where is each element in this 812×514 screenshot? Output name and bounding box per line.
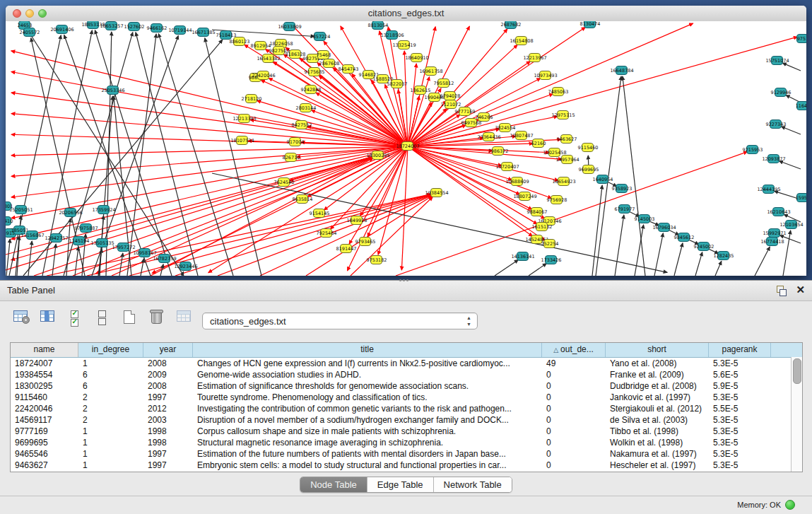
graph-node[interactable] xyxy=(515,36,527,45)
select-columns-icon[interactable] xyxy=(37,308,58,331)
graph-node[interactable] xyxy=(391,79,403,88)
graph-node[interactable] xyxy=(616,66,628,75)
graph-node[interactable] xyxy=(558,177,570,186)
graph-node[interactable] xyxy=(717,251,729,260)
graph-node[interactable] xyxy=(539,71,551,80)
graph-node[interactable] xyxy=(372,21,384,30)
graph-node[interactable] xyxy=(283,22,295,31)
graph-node[interactable] xyxy=(64,208,76,217)
column-header-short[interactable]: short xyxy=(606,343,709,357)
graph-node[interactable] xyxy=(296,194,308,204)
row-height-icon[interactable] xyxy=(91,308,112,331)
graph-node[interactable] xyxy=(295,120,307,129)
graph-node[interactable] xyxy=(80,223,92,233)
graph-node[interactable] xyxy=(517,252,529,261)
graph-node[interactable] xyxy=(428,93,440,102)
graph-node[interactable] xyxy=(308,67,320,76)
graph-node[interactable] xyxy=(445,100,457,109)
graph-node[interactable] xyxy=(772,207,784,216)
graph-node[interactable] xyxy=(425,66,437,76)
delete-entry-icon[interactable] xyxy=(146,308,167,331)
table-row[interactable]: 911546021997Tourette syndrome. Phenomeno… xyxy=(11,392,802,403)
graph-node[interactable] xyxy=(370,255,382,264)
graph-node[interactable] xyxy=(430,188,442,197)
table-row[interactable]: 2242004622012Investigating the contribut… xyxy=(11,403,802,414)
graph-node[interactable] xyxy=(305,85,317,94)
graph-node[interactable] xyxy=(257,71,269,80)
graph-node[interactable] xyxy=(98,205,110,214)
tab-node-table[interactable]: Node Table xyxy=(300,477,367,492)
graph-node[interactable] xyxy=(6,216,11,226)
network-window[interactable]: citations_edges.txt 24653240557220691406… xyxy=(6,6,806,276)
column-header-in_degree[interactable]: in_degree xyxy=(78,343,143,357)
graph-node[interactable] xyxy=(459,107,471,116)
graph-node[interactable] xyxy=(128,22,140,31)
graph-node[interactable] xyxy=(289,137,301,146)
split-divider-grip[interactable] xyxy=(399,279,412,283)
graph-node[interactable] xyxy=(767,154,779,163)
graph-node[interactable] xyxy=(501,162,513,171)
graph-node[interactable] xyxy=(401,141,413,151)
table-panel-header[interactable]: Table Panel ✕ xyxy=(0,280,812,301)
graph-node[interactable] xyxy=(560,134,572,144)
column-header-year[interactable]: year xyxy=(143,343,193,357)
create-table-icon[interactable] xyxy=(119,308,140,331)
graph-node[interactable] xyxy=(56,25,68,34)
graph-node[interactable] xyxy=(465,118,477,127)
graph-node[interactable] xyxy=(775,88,787,97)
graph-node[interactable] xyxy=(180,262,192,271)
graph-node[interactable] xyxy=(678,233,690,242)
graph-node[interactable] xyxy=(796,193,806,202)
graph-node[interactable] xyxy=(411,53,423,62)
graph-node[interactable] xyxy=(511,177,523,186)
graph-node[interactable] xyxy=(151,23,163,33)
graph-node[interactable] xyxy=(174,25,186,35)
graph-node[interactable] xyxy=(300,103,312,112)
graph-node[interactable] xyxy=(552,87,564,96)
close-panel-icon[interactable]: ✕ xyxy=(796,284,805,296)
graph-node[interactable] xyxy=(638,214,650,223)
graph-node[interactable] xyxy=(386,30,398,40)
graph-node[interactable] xyxy=(87,21,99,29)
graph-node[interactable] xyxy=(746,145,758,154)
graph-node[interactable] xyxy=(245,94,257,103)
graph-node[interactable] xyxy=(340,244,352,253)
column-header-title[interactable]: title xyxy=(193,343,542,357)
graph-node[interactable] xyxy=(96,238,108,247)
graph-node[interactable] xyxy=(551,195,563,204)
graph-node[interactable] xyxy=(23,28,35,37)
column-header-name[interactable]: name xyxy=(11,343,78,357)
graph-node[interactable] xyxy=(278,177,290,187)
graph-node[interactable] xyxy=(548,148,560,157)
graph-node[interactable] xyxy=(117,243,129,252)
graph-node[interactable] xyxy=(342,64,354,74)
graph-node[interactable] xyxy=(73,236,85,245)
graph-node[interactable] xyxy=(531,207,543,216)
table-row[interactable]: 1456911722003Disruption of a novel membe… xyxy=(11,414,802,426)
table-row[interactable]: 1872400712008Changes of HCN gene express… xyxy=(11,358,802,369)
graph-node[interactable] xyxy=(529,53,541,62)
graph-node[interactable] xyxy=(289,49,301,59)
graph-node[interactable] xyxy=(616,184,628,193)
tab-network-table[interactable]: Network Table xyxy=(434,477,512,492)
table-row[interactable]: 1938455462009Genome-wide association stu… xyxy=(11,369,802,380)
graph-node[interactable] xyxy=(582,143,594,152)
graph-node[interactable] xyxy=(359,237,371,246)
graph-node[interactable] xyxy=(105,21,117,30)
graph-node[interactable] xyxy=(618,204,630,214)
graph-node[interactable] xyxy=(197,28,209,37)
graph-node[interactable] xyxy=(483,132,495,141)
graph-node[interactable] xyxy=(158,254,170,263)
graph-node[interactable] xyxy=(285,153,297,162)
graph-node[interactable] xyxy=(139,248,151,257)
graph-node[interactable] xyxy=(398,40,410,49)
table-selector-dropdown[interactable]: citations_edges.txt ▲▼ xyxy=(202,313,478,329)
graph-node[interactable] xyxy=(323,59,335,68)
scrollbar-thumb[interactable] xyxy=(793,358,801,384)
graph-node[interactable] xyxy=(220,30,232,40)
graph-node[interactable] xyxy=(499,123,511,132)
table-row[interactable]: 946362711997Embryonic stem cells: a mode… xyxy=(11,460,802,471)
table-row[interactable]: 946554611997Estimation of the future num… xyxy=(11,448,802,460)
graph-node[interactable] xyxy=(320,228,332,238)
graph-node[interactable] xyxy=(584,21,596,28)
